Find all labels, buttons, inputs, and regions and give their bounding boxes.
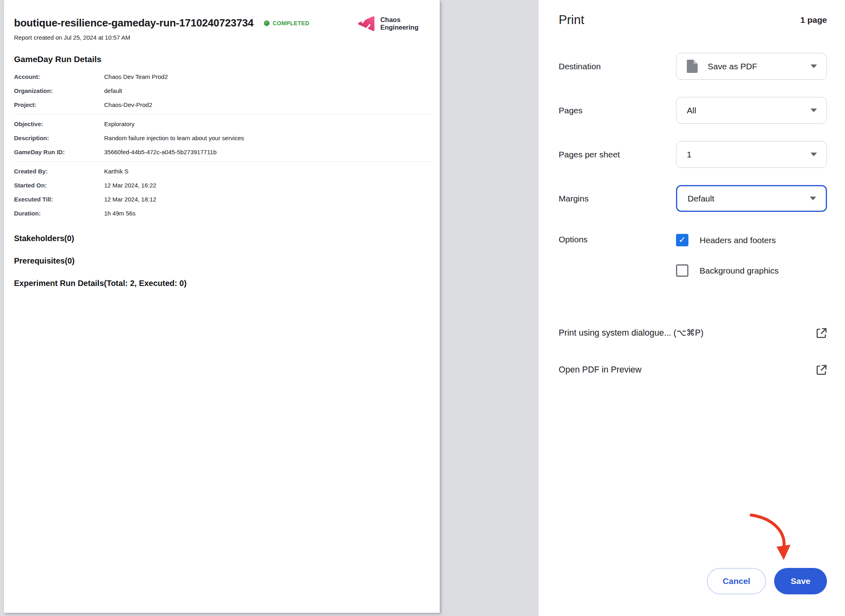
divider (14, 114, 430, 115)
destination-label: Destination (559, 62, 676, 71)
system-dialog-link[interactable]: Print using system dialogue... (⌥⌘P) (559, 326, 827, 340)
detail-row: Executed Till: 12 Mar 2024, 18:12 (14, 192, 430, 206)
chevron-down-icon (811, 64, 817, 68)
details-table: Account: Chaos Dev Team Prod2 Organizati… (14, 70, 430, 220)
detail-row: Created By: Karthik S (14, 164, 430, 178)
checkbox-checked-icon[interactable]: ✓ (676, 234, 688, 246)
report-title: boutique-resilience-gameday-run-17102407… (14, 17, 254, 29)
print-settings-panel: Print 1 page Destination Save as PDF Pag… (539, 0, 845, 616)
detail-row: Objective: Exploratory (14, 117, 430, 131)
pages-per-sheet-label: Pages per sheet (559, 150, 676, 159)
checkbox-unchecked-icon[interactable]: ✓ (676, 264, 688, 277)
detail-row: Project: Chaos-Dev-Prod2 (14, 98, 430, 112)
detail-row: Started On: 12 Mar 2024, 16:22 (14, 178, 430, 192)
detail-row: GameDay Run ID: 35660fed-44b5-472c-a045-… (14, 145, 430, 159)
prerequisites-heading: Prerequisites(0) (14, 256, 430, 266)
brand-block: Chaos Engineering (356, 14, 418, 33)
print-preview-area: boutique-resilience-gameday-run-17102407… (0, 0, 539, 616)
options-label: Options (559, 235, 676, 244)
chaos-engineering-logo-icon (356, 14, 376, 33)
open-pdf-preview-link[interactable]: Open PDF in Preview (559, 362, 827, 377)
status-check-icon (264, 20, 270, 26)
pages-value: All (687, 106, 696, 115)
margins-select[interactable]: Default (676, 185, 827, 212)
detail-row: Duration: 1h 49m 56s (14, 206, 430, 220)
pages-select[interactable]: All (676, 97, 827, 124)
chevron-down-icon (811, 109, 817, 112)
status-label: COMPLETED (273, 20, 310, 26)
details-heading: GameDay Run Details (14, 54, 430, 64)
pages-label: Pages (559, 106, 676, 115)
chevron-down-icon (811, 153, 817, 156)
destination-value: Save as PDF (708, 62, 757, 71)
external-link-icon (816, 328, 827, 338)
panel-title: Print (559, 13, 584, 27)
report-created-line: Report created on Jul 25, 2024 at 10:57 … (14, 34, 430, 41)
margins-value: Default (688, 194, 714, 203)
save-button[interactable]: Save (774, 568, 827, 594)
divider (14, 161, 430, 162)
page-count: 1 page (800, 15, 827, 25)
chevron-down-icon (810, 197, 816, 200)
brand-name: Chaos Engineering (380, 16, 418, 32)
external-link-icon (816, 364, 827, 375)
status-badge: COMPLETED (264, 20, 310, 26)
detail-row: Organization: default (14, 84, 430, 98)
pdf-file-icon (687, 60, 698, 73)
report-page-preview: boutique-resilience-gameday-run-17102407… (4, 0, 440, 613)
margins-label: Margins (559, 194, 676, 203)
experiments-heading: Experiment Run Details(Total: 2, Execute… (14, 279, 430, 288)
stakeholders-heading: Stakeholders(0) (14, 234, 430, 243)
background-graphics-checkbox-row[interactable]: ✓ Background graphics (676, 264, 779, 277)
cancel-button[interactable]: Cancel (707, 568, 766, 594)
pages-per-sheet-select[interactable]: 1 (676, 141, 827, 168)
headers-footers-checkbox-row[interactable]: ✓ Headers and footers (676, 234, 779, 246)
destination-select[interactable]: Save as PDF (676, 53, 827, 80)
pages-per-sheet-value: 1 (687, 150, 692, 159)
detail-row: Description: Random failure injection to… (14, 131, 430, 145)
detail-row: Account: Chaos Dev Team Prod2 (14, 70, 430, 84)
